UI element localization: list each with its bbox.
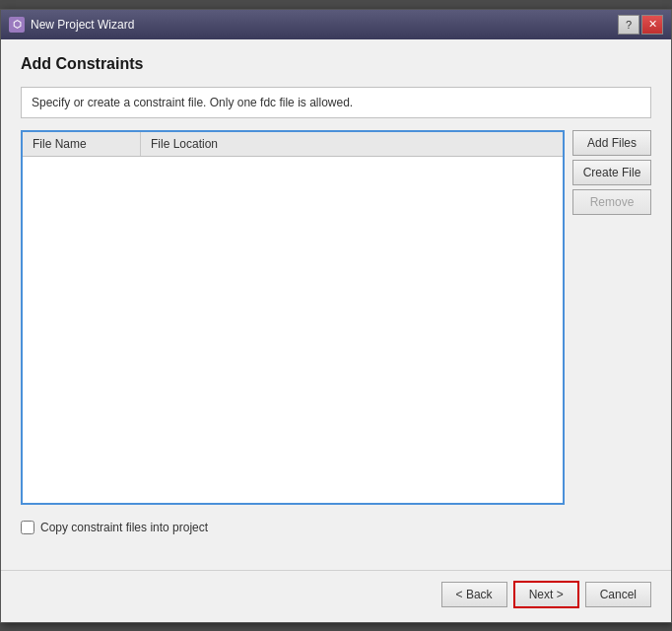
close-button[interactable]: ✕ (641, 15, 663, 35)
create-file-button[interactable]: Create File (572, 160, 651, 185)
table-header: File Name File Location (23, 132, 563, 157)
side-buttons: Add Files Create File Remove (572, 130, 651, 505)
title-bar-controls: ? ✕ (618, 15, 663, 35)
add-files-button[interactable]: Add Files (572, 130, 651, 156)
title-bar: ⬡ New Project Wizard ? ✕ (1, 10, 671, 39)
title-bar-left: ⬡ New Project Wizard (9, 17, 134, 33)
remove-button[interactable]: Remove (572, 189, 651, 215)
app-icon: ⬡ (9, 17, 25, 33)
copy-checkbox[interactable] (21, 521, 34, 534)
column-header-location: File Location (141, 132, 563, 156)
copy-checkbox-label[interactable]: Copy constraint files into project (40, 521, 208, 534)
help-button[interactable]: ? (618, 15, 639, 35)
main-area: File Name File Location Add Files Create… (21, 130, 651, 505)
constraints-table: File Name File Location (21, 130, 565, 505)
description-text: Specify or create a constraint file. Onl… (32, 96, 353, 109)
table-body (23, 157, 563, 492)
page-title: Add Constraints (21, 55, 651, 73)
description-box: Specify or create a constraint file. Onl… (21, 87, 651, 118)
window-title: New Project Wizard (31, 18, 134, 32)
column-header-filename: File Name (23, 132, 141, 156)
cancel-button[interactable]: Cancel (585, 582, 651, 607)
wizard-window: ⬡ New Project Wizard ? ✕ Add Constraints… (0, 9, 672, 623)
copy-checkbox-row: Copy constraint files into project (21, 517, 651, 538)
page-content: Add Constraints Specify or create a cons… (1, 39, 671, 570)
wizard-footer: < Back Next > Cancel (1, 570, 671, 622)
back-button[interactable]: < Back (441, 582, 507, 607)
next-button[interactable]: Next > (513, 581, 579, 608)
